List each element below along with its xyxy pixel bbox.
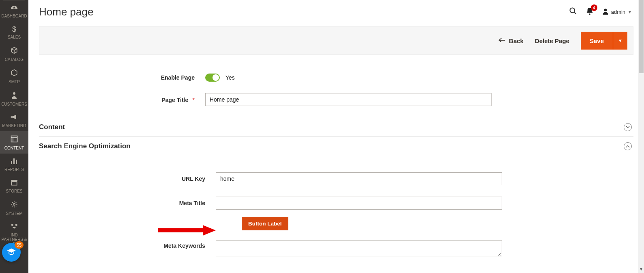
meta-keywords-label: Meta Keywords <box>39 240 216 249</box>
arrow-left-icon <box>498 37 506 44</box>
gear-icon <box>11 201 18 209</box>
field-enable-page: Enable Page Yes <box>28 74 644 82</box>
chevron-down-icon <box>624 123 632 131</box>
sidebar-item-system[interactable]: SYSTEM <box>0 197 28 219</box>
sidebar-item-reports[interactable]: REPORTS <box>0 154 28 175</box>
enable-page-value: Yes <box>225 74 235 81</box>
svg-point-13 <box>604 9 606 11</box>
sidebar-nav: DASHBOARD $ SALES CATALOG SMTP CUSTOMERS… <box>0 0 28 273</box>
field-page-title: Page Title * <box>28 93 644 106</box>
field-url-key: URL Key <box>39 172 633 185</box>
caret-down-icon: ▼ <box>628 10 632 14</box>
save-button-group: Save ▼ <box>581 32 627 50</box>
sidebar-item-stores[interactable]: STORES <box>0 175 28 197</box>
delete-page-button[interactable]: Delete Page <box>535 37 569 44</box>
section-seo-toggle[interactable]: Search Engine Optimization <box>39 136 633 155</box>
sidebar-item-label: SALES <box>8 35 21 39</box>
gauge-icon <box>10 4 18 12</box>
dollar-icon: $ <box>12 26 16 33</box>
search-icon <box>569 8 577 17</box>
notifications-button[interactable]: 4 <box>586 7 593 17</box>
megaphone-icon <box>10 114 18 121</box>
action-bar: Back Delete Page Save ▼ <box>39 26 633 55</box>
sidebar-item-marketing[interactable]: MARKETING <box>0 110 28 131</box>
section-seo-title: Search Engine Optimization <box>39 142 131 150</box>
form-basic: Enable Page Yes Page Title * <box>28 74 644 106</box>
cube-icon <box>11 47 18 55</box>
sidebar-item-label: STORES <box>6 189 23 193</box>
field-meta-keywords: Meta Keywords <box>39 240 633 258</box>
required-star-icon: * <box>192 96 195 103</box>
svg-rect-8 <box>11 182 17 185</box>
seo-body: URL Key Meta Title Button Label Meta Key… <box>39 155 633 273</box>
scroll-down-arrow-icon[interactable]: ▼ <box>639 267 643 271</box>
scrollbar-track[interactable]: ▼ <box>638 0 644 273</box>
sidebar-item-label: DASHBOARD <box>1 14 27 18</box>
svg-line-11 <box>574 12 576 14</box>
sidebar-item-label: CUSTOMERS <box>1 102 27 106</box>
section-content-title: Content <box>39 123 65 131</box>
section-content-toggle[interactable]: Content <box>39 117 633 136</box>
url-key-input[interactable] <box>216 172 502 185</box>
svg-marker-0 <box>11 70 17 76</box>
section-content: Content <box>39 117 633 136</box>
caret-down-icon: ▼ <box>618 38 623 43</box>
sidebar-item-smtp[interactable]: SMTP <box>0 65 28 87</box>
back-label: Back <box>509 37 524 44</box>
meta-title-label: Meta Title <box>39 200 216 206</box>
cubes-icon <box>10 223 18 231</box>
sidebar-item-label: SYSTEM <box>6 211 22 216</box>
sidebar-item-label: SMTP <box>9 80 20 84</box>
meta-title-input[interactable] <box>216 197 502 210</box>
sidebar-item-customers[interactable]: CUSTOMERS <box>0 87 28 110</box>
sidebar-item-label: REPORTS <box>4 167 24 172</box>
page-title: Home page <box>39 6 93 18</box>
field-button-label: Button Label <box>39 217 633 230</box>
admin-label: admin <box>611 9 625 15</box>
bars-icon <box>11 158 18 165</box>
scrollbar-thumb[interactable] <box>639 0 644 73</box>
page-title-label: Page Title <box>161 97 188 103</box>
svg-rect-2 <box>11 136 17 142</box>
page-header: Home page 4 admin ▼ <box>28 0 644 22</box>
user-icon <box>602 8 609 16</box>
svg-point-12 <box>589 13 590 15</box>
main-content: Home page 4 admin ▼ <box>28 0 644 273</box>
admin-menu[interactable]: admin ▼ <box>602 8 632 16</box>
section-seo: Search Engine Optimization URL Key Meta … <box>39 136 633 273</box>
header-actions: 4 admin ▼ <box>569 7 632 17</box>
notif-count: 4 <box>591 4 597 11</box>
svg-point-1 <box>13 92 15 95</box>
delete-label: Delete Page <box>535 37 569 44</box>
sidebar-item-label: CATALOG <box>5 57 24 62</box>
graduation-cap-icon <box>6 248 16 257</box>
sidebar-item-label: CONTENT <box>4 146 24 150</box>
svg-rect-7 <box>16 160 17 164</box>
back-button[interactable]: Back <box>498 37 524 44</box>
sidebar-item-catalog[interactable]: CATALOG <box>0 43 28 65</box>
url-key-label: URL Key <box>39 176 216 182</box>
svg-point-9 <box>13 204 15 206</box>
storefront-icon <box>10 179 18 187</box>
save-button[interactable]: Save <box>581 32 613 50</box>
sidebar-item-content[interactable]: CONTENT <box>0 131 28 154</box>
meta-keywords-input[interactable] <box>216 240 502 256</box>
chevron-up-icon <box>624 142 632 150</box>
sidebar-item-label: MARKETING <box>2 124 26 128</box>
sidebar-item-dashboard[interactable]: DASHBOARD <box>0 0 28 22</box>
svg-rect-5 <box>11 161 12 164</box>
page-title-input[interactable] <box>205 93 492 106</box>
hexagon-icon <box>11 69 18 78</box>
field-meta-title: Meta Title <box>39 197 633 210</box>
save-dropdown-button[interactable]: ▼ <box>613 32 627 50</box>
help-badge-count: 55 <box>15 241 24 249</box>
person-icon <box>11 91 17 100</box>
search-button[interactable] <box>569 7 577 17</box>
layout-icon <box>11 135 18 144</box>
button-label-button[interactable]: Button Label <box>242 217 288 230</box>
svg-rect-6 <box>13 158 15 164</box>
enable-page-toggle[interactable] <box>205 74 220 82</box>
sidebar-item-sales[interactable]: $ SALES <box>0 22 28 43</box>
enable-page-label: Enable Page <box>28 74 205 81</box>
svg-point-10 <box>570 8 575 13</box>
